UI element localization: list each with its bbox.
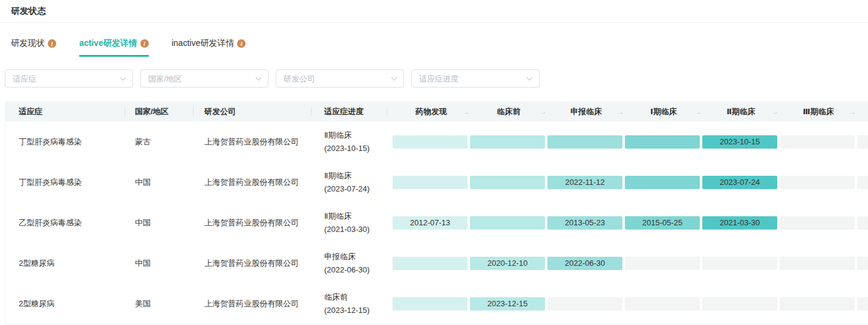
stage-bar [780, 257, 855, 270]
stage-bar [857, 135, 868, 149]
filter-select[interactable] [140, 69, 269, 88]
tab-label: active研发详情 [79, 38, 137, 49]
filter-select-input[interactable] [5, 69, 133, 88]
tab-item[interactable]: active研发详情 i [79, 38, 149, 57]
stage-bar [780, 135, 855, 149]
stage-bar [547, 135, 622, 149]
progress-stage: 临床前 [324, 291, 387, 304]
header-cell-progress: 适应症进度 [311, 106, 387, 117]
cell-region: 美国 [125, 298, 193, 309]
progress-date: (2021-03-30) [324, 223, 387, 236]
stage-bar [780, 176, 855, 189]
stage-bar: 2020-12-10 [470, 257, 545, 270]
filter-select-input[interactable] [140, 69, 269, 88]
stage-column-header: Ⅱ期临床 → [702, 106, 780, 117]
filter-select-input[interactable] [276, 69, 404, 88]
stage-bar: 2015-05-25 [625, 216, 700, 230]
header-cell-company: 研发公司 [193, 106, 311, 117]
tab-item[interactable]: inactive研发详情 i [172, 38, 246, 57]
progress-stage: Ⅱ期临床 [324, 129, 387, 142]
table-row: 丁型肝炎病毒感染 中国 上海贺普药业股份有限公司 Ⅱ期临床 (2023-07-2… [5, 162, 868, 202]
stage-bar [625, 257, 700, 270]
info-icon[interactable]: i [48, 39, 56, 48]
stage-bar [547, 297, 622, 311]
stage-bar: 2022-11-12 [547, 176, 622, 189]
stage-bar [625, 135, 700, 149]
cell-progress: 申报临床 (2022-06-30) [311, 250, 387, 277]
stage-bar [470, 176, 545, 189]
progress-stage: Ⅱ期临床 [324, 169, 387, 182]
progress-date: (2023-12-15) [324, 304, 387, 317]
progress-date: (2022-06-30) [324, 263, 387, 277]
stage-column-label: 临床前 [497, 106, 521, 117]
filter-select[interactable] [5, 69, 133, 88]
stage-bar [857, 257, 868, 270]
stage-bar [393, 176, 468, 189]
cell-progress: Ⅱ期临床 (2021-03-30) [311, 210, 387, 236]
stage-column-header: Ⅲ期临床 → [780, 106, 857, 117]
arrow-right-icon: → [849, 108, 857, 116]
stage-bar: 2012-07-13 [393, 216, 468, 230]
cell-indication: 2型糖尿病 [5, 298, 125, 309]
cell-company: 上海贺普药业股份有限公司 [193, 177, 311, 188]
stage-bar: 2023-12-15 [470, 297, 545, 311]
cell-region: 中国 [125, 217, 193, 228]
stage-column-header: 临床前 → [470, 106, 547, 117]
progress-stage: Ⅱ期临床 [324, 210, 387, 223]
info-icon[interactable]: i [237, 39, 246, 48]
stage-column-header: Ⅰ期临床 → [625, 106, 702, 117]
stage-track: 2022-11-122023-07-24 [387, 176, 868, 189]
header-cell-region: 国家/地区 [125, 106, 193, 117]
tab-label: 研发现状 [11, 38, 45, 49]
stage-bar [780, 297, 855, 311]
tab-item[interactable]: 研发现状 i [11, 38, 56, 57]
header-cell-indication: 适应症 [5, 106, 125, 117]
stage-bar [470, 216, 545, 230]
stage-bar: 2023-07-24 [702, 176, 777, 189]
cell-indication: 丁型肝炎病毒感染 [5, 137, 125, 147]
stage-bar [393, 135, 468, 149]
stage-track: 2023-10-15 [387, 135, 868, 149]
table-header: 适应症 国家/地区 研发公司 适应症进度 药物发现 → 临床前 → 申报临床 →… [5, 101, 868, 121]
stage-header-group: 药物发现 → 临床前 → 申报临床 → Ⅰ期临床 → Ⅱ期临床 → Ⅲ期临床 → [387, 106, 868, 117]
cell-company: 上海贺普药业股份有限公司 [193, 258, 311, 269]
stage-bar [702, 257, 777, 270]
stage-bar [625, 176, 700, 189]
stage-bar: 2022-06-30 [547, 257, 622, 270]
filter-select[interactable] [276, 69, 404, 88]
stage-column-label: Ⅲ期临床 [803, 106, 834, 117]
filter-select[interactable] [411, 69, 540, 88]
cell-progress: 临床前 (2023-12-15) [311, 291, 387, 317]
stage-bar [780, 216, 855, 230]
cell-region: 蒙古 [125, 137, 193, 147]
info-icon[interactable]: i [140, 39, 149, 48]
page-header: 研发状态 [0, 0, 868, 23]
progress-stage: 申报临床 [324, 250, 387, 263]
stage-column-label: Ⅱ期临床 [726, 106, 755, 117]
stage-column-label: Ⅰ期临床 [650, 106, 677, 117]
cell-progress: Ⅱ期临床 (2023-10-15) [311, 129, 387, 155]
stage-bar [857, 297, 868, 311]
stage-bar [857, 216, 868, 230]
cell-company: 上海贺普药业股份有限公司 [193, 217, 311, 228]
stage-bar [393, 257, 468, 270]
stage-bar [393, 297, 468, 311]
arrow-right-icon: → [772, 108, 779, 116]
stage-track: 2020-12-102022-06-30 [387, 257, 868, 270]
cell-progress: Ⅱ期临床 (2023-07-24) [311, 169, 387, 196]
stage-bar [857, 176, 868, 189]
stage-bar [470, 135, 545, 149]
cell-indication: 丁型肝炎病毒感染 [5, 177, 125, 188]
cell-region: 中国 [125, 258, 193, 269]
arrow-right-icon: → [694, 108, 702, 116]
stage-column-label: 药物发现 [416, 106, 447, 117]
filter-select-input[interactable] [411, 69, 540, 88]
stage-track: 2012-07-132013-05-232015-05-252021-03-30 [387, 216, 868, 230]
table-row: 乙型肝炎病毒感染 中国 上海贺普药业股份有限公司 Ⅱ期临床 (2021-03-3… [5, 202, 868, 243]
page-title: 研发状态 [11, 6, 46, 16]
arrow-right-icon: → [617, 108, 624, 116]
filter-bar [5, 69, 857, 88]
stage-bar: 2023-10-15 [702, 135, 777, 149]
cell-company: 上海贺普药业股份有限公司 [193, 137, 311, 147]
cell-company: 上海贺普药业股份有限公司 [193, 298, 311, 309]
